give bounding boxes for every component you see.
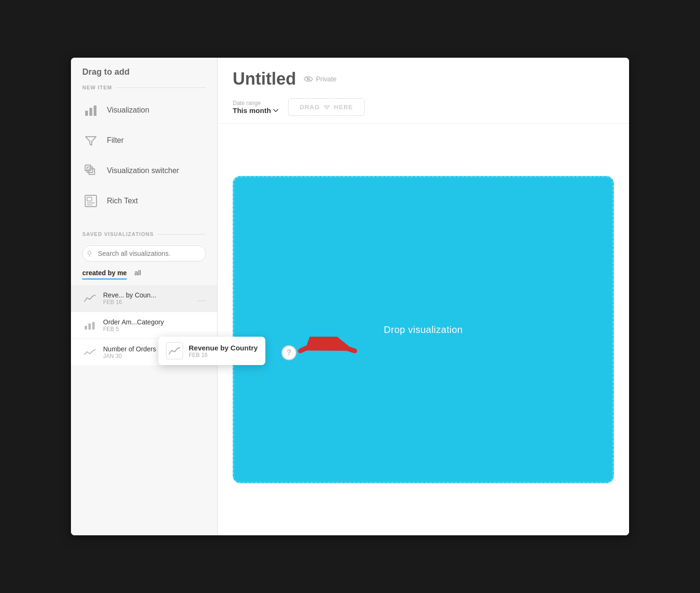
- svg-rect-4: [87, 167, 93, 173]
- bar-chart-small-icon: [82, 318, 97, 333]
- drop-zone[interactable]: Drop visualization: [233, 176, 614, 483]
- search-box[interactable]: ⚲: [82, 245, 206, 262]
- list-item[interactable]: Order Am...Category FEB 5: [71, 312, 217, 339]
- sidebar: Drag to add NEW ITEM Visualization: [71, 58, 218, 535]
- tooltip-date: FEB 16: [189, 352, 258, 358]
- red-arrow: [298, 337, 359, 365]
- title-row: Untitled Private: [233, 69, 614, 89]
- new-item-rich-text[interactable]: Rich Text: [71, 186, 217, 216]
- layers-icon: [82, 162, 99, 179]
- private-label: Private: [316, 75, 337, 83]
- drag-filter-here-label: HERE: [334, 104, 353, 111]
- private-badge: Private: [304, 75, 337, 83]
- tab-all[interactable]: all: [134, 269, 141, 279]
- new-item-section-label: NEW ITEM: [71, 85, 217, 95]
- page-title: Untitled: [233, 69, 296, 89]
- filter-row: Date range This month DRAG HERE: [233, 98, 614, 123]
- svg-rect-10: [85, 326, 87, 330]
- search-icon: ⚲: [87, 250, 92, 257]
- bar-chart-icon: [82, 102, 99, 119]
- viz-item-action[interactable]: …: [197, 294, 206, 304]
- svg-rect-11: [88, 323, 91, 330]
- tooltip-viz-icon: [166, 342, 183, 359]
- svg-rect-3: [85, 165, 91, 171]
- drag-filter-drag-label: DRAG: [300, 104, 320, 111]
- canvas-area: Drop visualization: [218, 124, 629, 535]
- line-chart-small-icon: [82, 345, 97, 360]
- viz-item-name: Number of Orders: [103, 345, 156, 353]
- drop-label: Drop visualization: [384, 324, 463, 335]
- drag-filter-zone[interactable]: DRAG HERE: [288, 98, 365, 116]
- line-chart-icon: [82, 291, 97, 306]
- tab-created-by-me[interactable]: created by me: [82, 269, 127, 279]
- new-item-visualization[interactable]: Visualization: [71, 95, 217, 125]
- viz-item-info: Order Am...Category FEB 5: [103, 318, 164, 332]
- list-item[interactable]: Reve... by Coun... FEB 16 …: [71, 285, 217, 312]
- tooltip-popup: Revenue by Country FEB 16: [158, 337, 265, 365]
- new-item-filter[interactable]: Filter: [71, 125, 217, 156]
- main-content: Untitled Private Date range This month: [218, 58, 629, 535]
- svg-rect-1: [89, 108, 92, 116]
- new-item-viz-switcher[interactable]: Visualization switcher: [71, 156, 217, 186]
- filter-label: Filter: [107, 136, 124, 145]
- viz-switcher-label: Visualization switcher: [107, 166, 179, 175]
- svg-rect-7: [87, 197, 92, 201]
- viz-item-info: Reve... by Coun... FEB 16: [103, 291, 156, 305]
- date-range-value[interactable]: This month: [233, 106, 279, 114]
- viz-item-date: JAN 30: [103, 353, 156, 359]
- date-range-label: Date range: [233, 100, 279, 106]
- tabs-row: created by me all: [71, 269, 217, 279]
- svg-rect-2: [94, 105, 96, 116]
- question-circle[interactable]: ?: [281, 345, 297, 360]
- viz-item-name: Reve... by Coun...: [103, 291, 156, 299]
- new-item-list: Visualization Filter: [71, 95, 217, 224]
- search-input[interactable]: [82, 245, 206, 262]
- sidebar-title: Drag to add: [71, 67, 217, 85]
- viz-item-date: FEB 5: [103, 326, 164, 332]
- date-range-control[interactable]: Date range This month: [233, 100, 279, 114]
- app-window: Drag to add NEW ITEM Visualization: [71, 58, 629, 535]
- svg-rect-0: [85, 111, 88, 116]
- viz-item-date: FEB 16: [103, 299, 156, 305]
- svg-rect-5: [89, 169, 95, 174]
- tooltip-name: Revenue by Country: [189, 344, 258, 352]
- viz-item-name: Order Am...Category: [103, 318, 164, 326]
- main-header: Untitled Private Date range This month: [218, 58, 629, 124]
- visualization-label: Visualization: [107, 106, 149, 114]
- viz-item-info: Number of Orders JAN 30: [103, 345, 156, 359]
- tooltip-info: Revenue by Country FEB 16: [189, 344, 258, 358]
- saved-section-label: SAVED VISUALIZATIONS: [71, 231, 217, 242]
- svg-rect-12: [92, 322, 95, 330]
- filter-icon: [82, 132, 99, 149]
- rich-text-label: Rich Text: [107, 197, 138, 205]
- image-text-icon: [82, 192, 99, 209]
